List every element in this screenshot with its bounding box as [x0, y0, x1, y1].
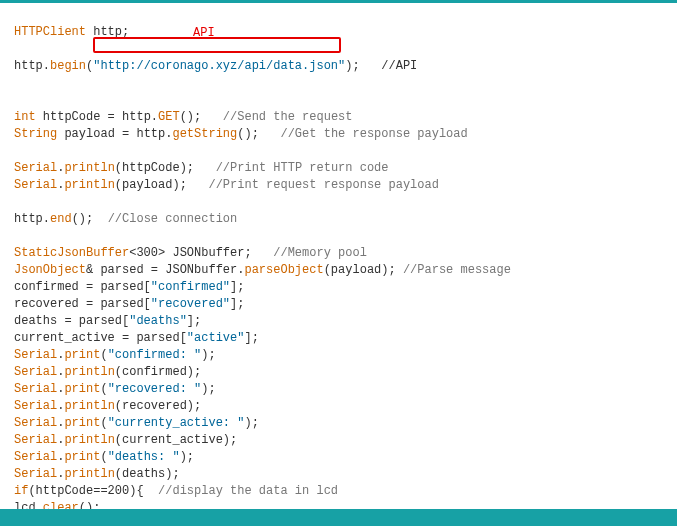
code-line: Serial.println(deaths);	[14, 467, 180, 481]
api-annotation-box	[93, 37, 341, 53]
code-line: Serial.print("deaths: ");	[14, 450, 194, 464]
code-line: int httpCode = http.GET(); //Send the re…	[14, 110, 352, 124]
code-line: current_active = parsed["active"];	[14, 331, 259, 345]
code-line: Serial.print("recovered: ");	[14, 382, 216, 396]
code-line: Serial.println(httpCode); //Print HTTP r…	[14, 161, 389, 175]
bottom-bar	[0, 509, 677, 526]
code-line: String payload = http.getString(); //Get…	[14, 127, 468, 141]
code-line: http.begin("http://coronago.xyz/api/data…	[14, 59, 417, 73]
code-line: Serial.print("currenty_active: ");	[14, 416, 259, 430]
code-line: Serial.println(confirmed);	[14, 365, 201, 379]
code-line: deaths = parsed["deaths"];	[14, 314, 201, 328]
code-line: Serial.println(current_active);	[14, 433, 237, 447]
code-line: if(httpCode==200){ //display the data in…	[14, 484, 338, 498]
code-line: Serial.println(payload); //Print request…	[14, 178, 439, 192]
code-line: confirmed = parsed["confirmed"];	[14, 280, 244, 294]
code-block: HTTPClient http; http.begin("http://coro…	[0, 3, 677, 526]
code-line: JsonObject& parsed = JSONbuffer.parseObj…	[14, 263, 511, 277]
code-line: StaticJsonBuffer<300> JSONbuffer; //Memo…	[14, 246, 367, 260]
code-line: Serial.print("confirmed: ");	[14, 348, 216, 362]
code-line: Serial.println(recovered);	[14, 399, 201, 413]
code-line: http.end(); //Close connection	[14, 212, 237, 226]
code-line: recovered = parsed["recovered"];	[14, 297, 244, 311]
